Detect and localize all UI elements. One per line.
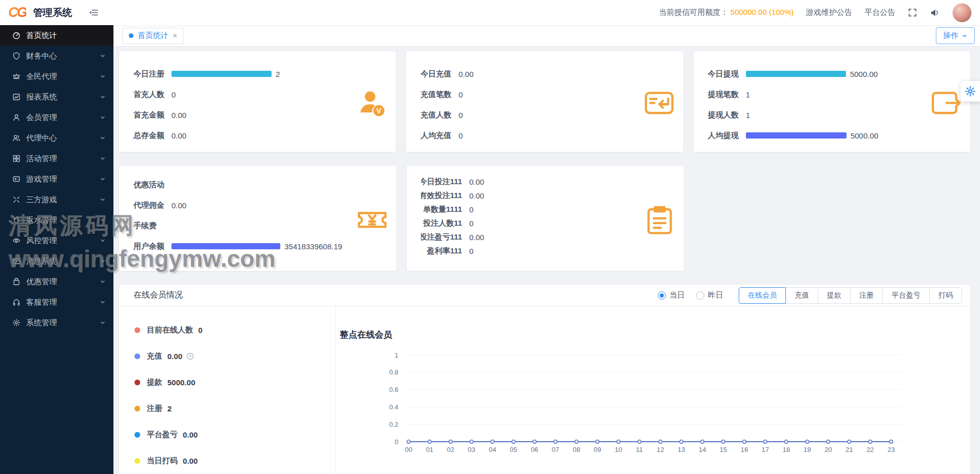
stat-label: 代理佣金 [133,201,164,210]
credit-value: 500000.00 (100%) [731,8,794,16]
report-chart-icon [12,93,21,101]
sidebar-item-7[interactable]: 游戏管理 [0,169,113,189]
tabbar: 首页统计 × 操作 [113,25,980,47]
stat-value: 0.00 [469,191,484,200]
legend-dot [134,353,140,359]
svg-text:?: ? [189,354,191,359]
svg-text:20: 20 [824,446,832,453]
svg-text:02: 02 [447,446,454,453]
chevron-down-icon [100,196,106,203]
tab-home-stats[interactable]: 首页统计 × [122,28,184,44]
legend-item-4: 平台盈亏 0.00 [134,428,335,441]
svg-text:16: 16 [741,446,748,453]
chevron-down-icon [100,73,106,80]
svg-text:00: 00 [405,446,412,453]
sidebar-item-4[interactable]: 会员管理 [0,107,113,128]
legend-label: 当日打码 [147,456,178,466]
svg-text:22: 22 [867,446,874,453]
credit-info: 当前授信可用额度：500000.00 (100%) [659,8,794,17]
stat-row: 充值笔数 0 [420,84,668,105]
crown-icon [12,72,21,81]
legend-value: 2 [167,404,171,413]
legend-value: 5000.00 [167,378,195,387]
stat-row: 盈利率111 0 [421,244,669,258]
radio-option-1[interactable]: 昨日 [696,290,723,300]
speaker-icon[interactable] [930,8,940,18]
legend-item-5: 当日打码 0.00 [134,455,335,467]
stat-label: 提现笔数 [708,90,739,100]
sidebar-item-0[interactable]: 首页统计 [0,25,113,46]
svg-text:0.4: 0.4 [389,403,398,411]
sidebar-item-5[interactable]: 代理中心 [0,128,113,148]
svg-text:0: 0 [395,438,398,446]
line-chart-svg: 10.80.60.40.2000010203040506070809101112… [336,306,970,460]
svg-text:04: 04 [489,446,496,453]
sidebar-item-3[interactable]: 报表系统 [0,87,113,107]
maintenance-notice-link[interactable]: 游戏维护公告 [806,8,852,17]
stat-row: 首充金额 0.00 [133,105,381,125]
tab-close-icon[interactable]: × [172,31,177,41]
stat-label: 投注盈亏111 [421,232,462,242]
legend-value: 0 [198,326,202,334]
sidebar-item-2[interactable]: 全民代理 [0,66,113,87]
stat-row: 提现笔数 1 [708,84,956,105]
sidebar-item-9[interactable]: 返水管理 [0,210,113,230]
sidebar-item-10[interactable]: 风控管理 [0,230,113,251]
tab-label: 首页统计 [138,31,168,41]
help-icon[interactable]: ? [186,352,194,360]
filter-button-3[interactable]: 注册 [850,287,883,304]
svg-text:03: 03 [468,446,475,453]
stat-value: 5000.00 [851,131,878,140]
settings-fab[interactable] [960,81,980,102]
filter-button-2[interactable]: 提款 [818,287,851,304]
stat-value: 0 [458,111,463,120]
sidebar-item-label: 系统管理 [26,318,57,328]
sidebar-item-11[interactable]: 消息系统 [0,251,113,271]
filter-button-5[interactable]: 打码 [929,287,962,304]
stat-value: 1 [746,111,750,120]
stat-row: 用户余额 35418339608.19 [133,236,382,256]
sidebar-item-12[interactable]: 优惠管理 [0,271,113,292]
online-members-chart: 10.80.60.40.2000010203040506070809101112… [336,306,970,474]
filter-button-4[interactable]: 平台盈亏 [882,287,930,304]
radio-group: 当日 昨日 [658,290,735,300]
sidebar-item-14[interactable]: 系统管理 [0,312,113,333]
svg-text:05: 05 [510,446,517,453]
svg-text:1: 1 [395,351,398,359]
ticket-icon [355,203,389,236]
legend-dot [134,406,140,411]
avatar[interactable] [952,3,972,23]
radio-circle[interactable] [696,291,704,300]
withdraw-wallet-icon [929,86,963,120]
filter-button-0[interactable]: 在线会员 [739,287,786,304]
stat-value: 2 [276,70,280,78]
stat-row: 投注人数11 0 [421,216,669,230]
chevron-down-icon [100,258,106,264]
stat-row: 代理佣金 0.00 [133,195,382,215]
stat-label: 充值笔数 [420,90,451,100]
svg-text:06: 06 [531,446,538,453]
shield-icon [12,52,21,60]
stat-label: 今日投注111 [421,177,462,187]
app-header: CG 管理系统 当前授信可用额度：500000.00 (100%) 游戏维护公告… [0,0,980,25]
radio-circle[interactable] [658,291,666,300]
chevron-down-icon [100,94,106,100]
panel-body: 目前在线人数 0 充值 0.00 ? 提款 5000.00 注册 2 平台盈亏 … [119,306,970,474]
chevron-down-icon [100,299,106,305]
action-label: 操作 [943,31,958,41]
sidebar-item-13[interactable]: 客服管理 [0,292,113,312]
radio-option-0[interactable]: 当日 [658,290,685,300]
fullscreen-icon[interactable] [908,8,917,17]
filter-button-1[interactable]: 充值 [785,287,818,304]
credit-label: 当前授信可用额度： [659,8,728,16]
action-dropdown-button[interactable]: 操作 [936,27,975,44]
platform-notice-link[interactable]: 平台公告 [864,8,895,17]
menu-fold-icon[interactable] [89,8,99,17]
stat-value: 0.00 [171,131,186,140]
sidebar-item-6[interactable]: 活动管理 [0,148,113,169]
stat-row: 手续费 [133,215,382,236]
risk-eye-icon [12,236,21,245]
game-icon [12,175,21,183]
sidebar-item-8[interactable]: 三方游戏 [0,189,113,210]
sidebar-item-1[interactable]: 财务中心 [0,46,113,66]
